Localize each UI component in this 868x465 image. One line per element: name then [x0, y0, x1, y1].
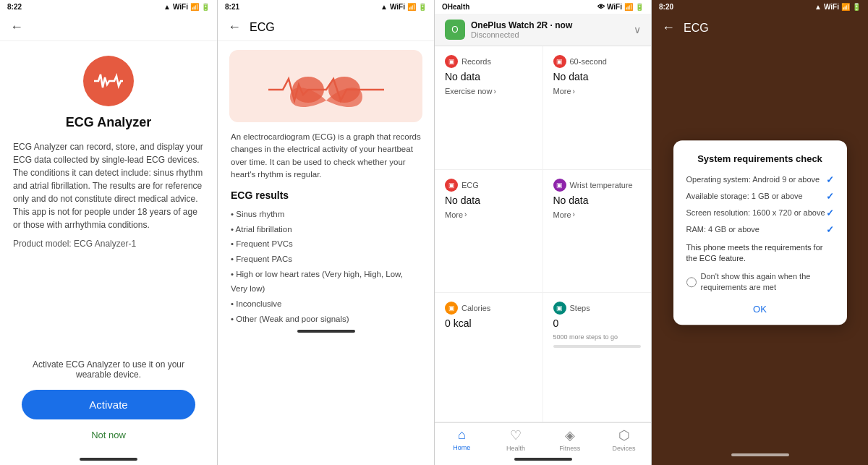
data-cell-header: ▣ Records	[445, 55, 532, 68]
result-item: Sinus rhythm	[231, 207, 421, 222]
data-cell-action[interactable]: More ›	[445, 210, 532, 219]
data-cell-value: No data	[445, 71, 532, 82]
data-cell-action[interactable]: Exercise now ›	[445, 87, 532, 95]
screen2-time: 8:21	[225, 3, 239, 11]
data-cell: ▣ 60-second No data More ›	[543, 46, 652, 170]
nav-item-fitness[interactable]: ◈ Fitness	[543, 423, 597, 455]
dont-show-radio[interactable]	[686, 277, 697, 287]
screen1-status-icons: ▲ WiFi 📶 🔋	[163, 3, 210, 11]
data-cell-header: ▣ ECG	[445, 179, 532, 192]
nav-icon-fitness: ◈	[565, 427, 575, 443]
activate-button[interactable]: Activate	[22, 390, 195, 419]
home-indicator-2	[297, 330, 355, 333]
requirement-check-icon: ✓	[826, 224, 834, 235]
dont-show-label: Don't show this again when the requireme…	[701, 272, 834, 293]
screen1-product-model: Product model: ECG Analyzer-1	[0, 239, 217, 249]
screen1-description: ECG Analyzer can record, store, and disp…	[0, 140, 217, 231]
not-now-button[interactable]: Not now	[91, 430, 126, 440]
device-status: Disconnected	[471, 30, 572, 39]
data-cell: ▣ Steps 0 5000 more steps to go	[543, 293, 652, 422]
data-cell-header: ▣ Wrist temperature	[553, 179, 642, 192]
ecg-hero-image	[229, 50, 422, 122]
data-cell-label: ECG	[461, 181, 479, 189]
bottom-nav: ⌂ Home ♡ Health ◈ Fitness ⬡ Devices	[435, 422, 651, 455]
back-button[interactable]: ←	[10, 20, 23, 35]
data-cell-icon: ▣	[445, 302, 458, 315]
data-cell-header: ▣ 60-second	[553, 55, 642, 68]
data-cell: ▣ Records No data Exercise now ›	[435, 46, 543, 170]
result-item: Inconclusive	[231, 297, 421, 312]
screen1-time: 8:22	[7, 3, 22, 11]
nav-label-fitness: Fitness	[559, 445, 580, 452]
requirement-row: Screen resolution: 1600 x 720 or above ✓	[686, 208, 834, 218]
screen1-status-bar: 8:22 ▲ WiFi 📶 🔋	[0, 0, 217, 14]
dialog-title: System requirements check	[686, 153, 834, 164]
dont-show-row[interactable]: Don't show this again when the requireme…	[686, 272, 834, 293]
device-name: OnePlus Watch 2R · now	[471, 20, 572, 30]
nav-icon-devices: ⬡	[618, 427, 630, 443]
data-cell-label: Steps	[570, 304, 590, 312]
chevron-down-icon[interactable]: ∨	[634, 24, 641, 35]
result-item: Atrial fibrillation	[231, 222, 421, 237]
screen2-status-bar: 8:21 ▲ WiFi 📶 🔋	[218, 0, 434, 14]
screen1: 8:22 ▲ WiFi 📶 🔋 ← ECG Analyzer ECG Analy…	[0, 0, 217, 465]
data-cell-label: Wrist temperature	[570, 181, 633, 189]
result-item: High or low heart rates (Very high, High…	[231, 267, 421, 297]
data-cell-value: 0	[553, 317, 642, 329]
data-cell-action[interactable]: More ›	[553, 210, 642, 219]
home-indicator-4	[731, 453, 789, 456]
meets-requirements-note: This phone meets the requirements for th…	[686, 242, 834, 265]
screen4-back-button[interactable]: ←	[662, 20, 675, 35]
ecg-icon-container	[0, 56, 217, 106]
ecg-app-icon	[83, 56, 134, 106]
data-cell: ▣ Calories 0 kcal	[435, 293, 543, 422]
screen1-activate-section: Activate ECG Analyzer to use it on your …	[0, 359, 217, 455]
home-indicator-3	[514, 458, 572, 461]
data-cell-label: 60-second	[570, 57, 607, 66]
data-cell-icon: ▣	[553, 55, 566, 68]
screen2: 8:21 ▲ WiFi 📶 🔋 ← ECG An electrocardiogr…	[217, 0, 434, 465]
data-cell-action[interactable]: More ›	[553, 87, 642, 95]
data-cell-label: Calories	[461, 304, 490, 312]
device-icon: O	[445, 20, 465, 40]
data-cell-header: ▣ Steps	[553, 302, 642, 315]
arrow-right-icon: ›	[493, 88, 495, 95]
data-cell: ▣ Wrist temperature No data More ›	[543, 170, 652, 294]
requirement-check-icon: ✓	[826, 208, 834, 218]
screen2-back-button[interactable]: ←	[228, 20, 241, 35]
data-cell-header: ▣ Calories	[445, 302, 532, 315]
system-requirements-dialog: System requirements check Operating syst…	[673, 140, 847, 325]
nav-icon-home: ⌂	[458, 427, 466, 443]
device-header[interactable]: O OnePlus Watch 2R · now Disconnected ∨	[435, 14, 651, 46]
ecg-results-title: ECG results	[218, 189, 434, 201]
screen2-hero-description: An electrocardiogram (ECG) is a graph th…	[218, 131, 434, 181]
screen4-top-bar: ← ECG	[652, 14, 868, 41]
requirement-text: Screen resolution: 1600 x 720 or above	[686, 208, 826, 217]
data-cell-icon: ▣	[445, 55, 458, 68]
data-cell-subvalue: 5000 more steps to go	[553, 333, 642, 341]
requirement-row: Available storage: 1 GB or above ✓	[686, 191, 834, 202]
nav-label-devices: Devices	[613, 445, 636, 452]
nav-item-devices[interactable]: ⬡ Devices	[597, 423, 651, 455]
data-cell-icon: ▣	[553, 179, 566, 192]
data-cell-value: No data	[553, 195, 642, 206]
ok-button[interactable]: OK	[686, 301, 834, 315]
data-cell-icon: ▣	[445, 179, 458, 192]
device-info: O OnePlus Watch 2R · now Disconnected	[445, 20, 572, 40]
screen4-status-bar: 8:20 ▲ WiFi 📶 🔋	[652, 0, 868, 14]
requirement-check-icon: ✓	[826, 174, 834, 185]
screen1-app-title: ECG Analyzer	[0, 115, 217, 130]
data-cell-icon: ▣	[553, 302, 566, 315]
home-indicator-1	[80, 458, 137, 461]
data-cell-value: No data	[553, 71, 642, 82]
screen4: 8:20 ▲ WiFi 📶 🔋 ← ECG System requirement…	[651, 0, 868, 465]
result-item: Frequent PVCs	[231, 236, 421, 252]
nav-label-health: Health	[506, 445, 525, 452]
requirement-row: Operating system: Android 9 or above ✓	[686, 174, 834, 185]
arrow-right-icon: ›	[573, 210, 575, 218]
health-data-grid: ▣ Records No data Exercise now › ▣ 60-se…	[435, 46, 651, 422]
screen2-top-bar: ← ECG	[218, 14, 434, 41]
data-cell-value: No data	[445, 195, 532, 206]
nav-item-home[interactable]: ⌂ Home	[435, 423, 489, 455]
nav-item-health[interactable]: ♡ Health	[489, 423, 543, 455]
